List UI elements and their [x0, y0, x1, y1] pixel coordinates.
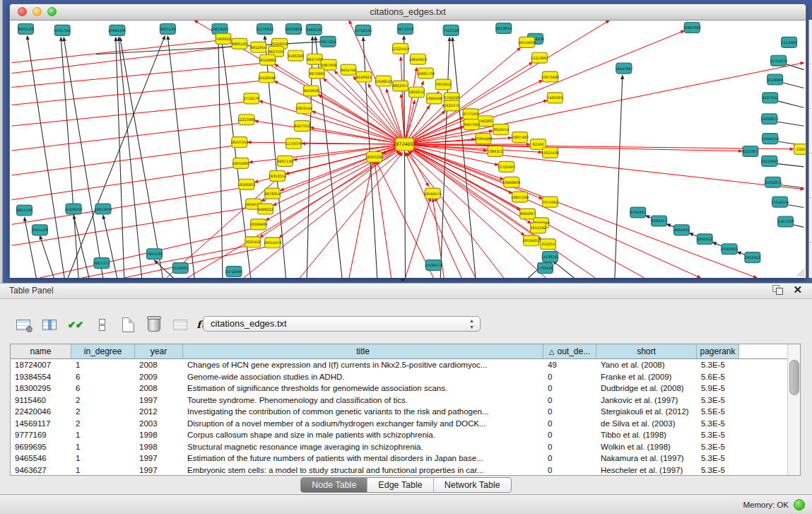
table-row[interactable]: 946554611997Estimation of the future num…: [11, 452, 800, 465]
window-resize-grip[interactable]: [796, 268, 805, 277]
graph-edge[interactable]: [12, 207, 254, 246]
column-header-in_degree[interactable]: in_degree: [71, 344, 135, 358]
table-cell: 5.3E-5: [697, 454, 739, 462]
graph-node-label: 18913604: [94, 207, 112, 211]
column-header-year[interactable]: year: [135, 344, 183, 358]
table-cell: 2003: [135, 419, 183, 428]
graph-node-label: 252254: [541, 242, 555, 246]
column-header-name[interactable]: name: [11, 344, 71, 358]
graph-edge[interactable]: [615, 76, 623, 278]
table-row[interactable]: 2242004622012Investigating the contribut…: [11, 406, 800, 418]
table-cell: 1: [71, 466, 135, 474]
graph-edge[interactable]: [12, 101, 252, 126]
table-cell: 1: [71, 361, 135, 369]
graph-node-label: 16099489: [249, 222, 267, 226]
column-header-out_de[interactable]: △out_de...: [543, 344, 596, 358]
graph-edge[interactable]: [300, 153, 402, 278]
graph-node-label: 15276022: [256, 27, 273, 31]
graph-node-label: 8454749: [341, 68, 356, 72]
graph-node-label: 8860128: [232, 42, 247, 46]
graph-node-label: 9227341: [763, 95, 778, 100]
memory-status-icon[interactable]: [794, 499, 805, 510]
graph-edge[interactable]: [259, 101, 399, 143]
graph-node-label: 9777169: [463, 112, 478, 116]
graph-edge[interactable]: [154, 260, 173, 278]
delete-trash-icon[interactable]: [145, 316, 163, 333]
graph-edge[interactable]: [12, 145, 240, 175]
table-row[interactable]: 977716911998Corpus callosum shape and si…: [11, 429, 800, 441]
graph-edge[interactable]: [773, 163, 804, 167]
graph-edge[interactable]: [773, 121, 804, 126]
tab-node-table[interactable]: Node Table: [301, 478, 367, 492]
table-row[interactable]: 969969511998Structural magnetic resonanc…: [11, 441, 800, 453]
table-row[interactable]: 911546021997Tourette syndrome. Phenomeno…: [11, 395, 800, 407]
graph-node-label: 9245012: [697, 237, 712, 241]
graph-edge[interactable]: [167, 36, 194, 278]
graph-node-label: 9242848: [303, 88, 319, 93]
graph-node-label: 9055133: [32, 228, 47, 232]
column-header-short[interactable]: short: [596, 344, 697, 358]
table-cell: 1997: [135, 454, 183, 462]
dropdown-stepper-icon: ▲▼: [469, 317, 474, 330]
graph-edge[interactable]: [187, 151, 399, 278]
graph-edge[interactable]: [40, 235, 54, 278]
graph-edge[interactable]: [27, 36, 64, 278]
graph-edge[interactable]: [119, 37, 142, 278]
table-row[interactable]: 1938455462009Genome-wide association stu…: [11, 371, 800, 383]
graph-edge[interactable]: [407, 153, 504, 278]
close-panel-icon[interactable]: ✕: [793, 285, 802, 295]
graph-node-label: 16914479: [264, 240, 281, 245]
table-row[interactable]: 946362711997Embryonic stem cells: a mode…: [11, 465, 800, 477]
network-window[interactable]: citations_edges.txt 18724007183002958905…: [9, 4, 806, 278]
network-graph[interactable]: 1872400718300295890513340557242069140696…: [10, 21, 806, 278]
column-header-title[interactable]: title: [183, 344, 543, 358]
window-titlebar[interactable]: citations_edges.txt: [10, 4, 806, 21]
graph-edge[interactable]: [12, 166, 241, 200]
graph-node-label: 9592457: [651, 218, 666, 223]
scrollbar-thumb[interactable]: [789, 360, 799, 395]
graph-edge[interactable]: [12, 187, 247, 225]
graph-edge[interactable]: [404, 36, 406, 278]
table-scrollbar[interactable]: [787, 344, 800, 475]
graph-edge[interactable]: [244, 152, 401, 278]
table-selector-dropdown[interactable]: citations_edges.txt ▲▼: [203, 316, 481, 332]
graph-edge[interactable]: [375, 160, 392, 278]
graph-node-label: 2718176: [244, 96, 259, 100]
graph-edge[interactable]: [405, 63, 804, 144]
table-cell: 5.3E-5: [697, 396, 739, 404]
table-row[interactable]: 1872400712008Changes of HCN gene express…: [11, 359, 800, 371]
graph-edge[interactable]: [274, 81, 399, 142]
table-cell: Nakamura et al. (1997): [596, 454, 697, 462]
select-rows-icon[interactable]: ✔✔: [66, 316, 85, 333]
graph-edge[interactable]: [116, 37, 124, 278]
tab-edge-table[interactable]: Edge Table: [367, 478, 433, 492]
close-window-button[interactable]: [18, 7, 27, 16]
zoom-window-button[interactable]: [47, 7, 57, 16]
network-canvas[interactable]: 1872400718300295890513340557242069140696…: [10, 21, 806, 278]
graph-node-label: 19654985: [232, 161, 249, 165]
memory-status-label: Memory: OK: [743, 501, 789, 509]
graph-edge[interactable]: [218, 36, 223, 278]
column-header-pagerank[interactable]: pagerank: [697, 344, 739, 358]
table-cell: 6: [71, 384, 135, 392]
float-panel-icon[interactable]: [772, 285, 783, 295]
graph-node-label: 8186328: [288, 54, 303, 58]
graph-edge[interactable]: [553, 261, 574, 278]
table-row[interactable]: 1830029562008Estimation of significance …: [11, 382, 800, 395]
graph-node-label: 12325419: [392, 47, 409, 51]
graph-node-label: 15184574: [425, 263, 442, 267]
minimize-window-button[interactable]: [33, 7, 42, 16]
table-row[interactable]: 1456911722003Disruption of a novel membe…: [11, 418, 800, 430]
row-ops-icon[interactable]: [93, 316, 111, 333]
new-document-icon[interactable]: [119, 316, 137, 333]
graph-node-label: 22420046: [258, 76, 276, 80]
table-selector-value: citations_edges.txt: [211, 318, 287, 329]
graph-node-label: 16807249: [511, 195, 529, 199]
split-pane-handle[interactable]: [398, 278, 408, 283]
tab-network-table[interactable]: Network Table: [434, 478, 511, 492]
table-settings-icon[interactable]: [14, 316, 33, 333]
show-columns-icon[interactable]: [40, 316, 59, 333]
graph-node-label: 8267130: [277, 159, 293, 163]
graph-node-label: 9605133: [160, 27, 175, 31]
graph-node-label: 2803144: [296, 106, 312, 110]
